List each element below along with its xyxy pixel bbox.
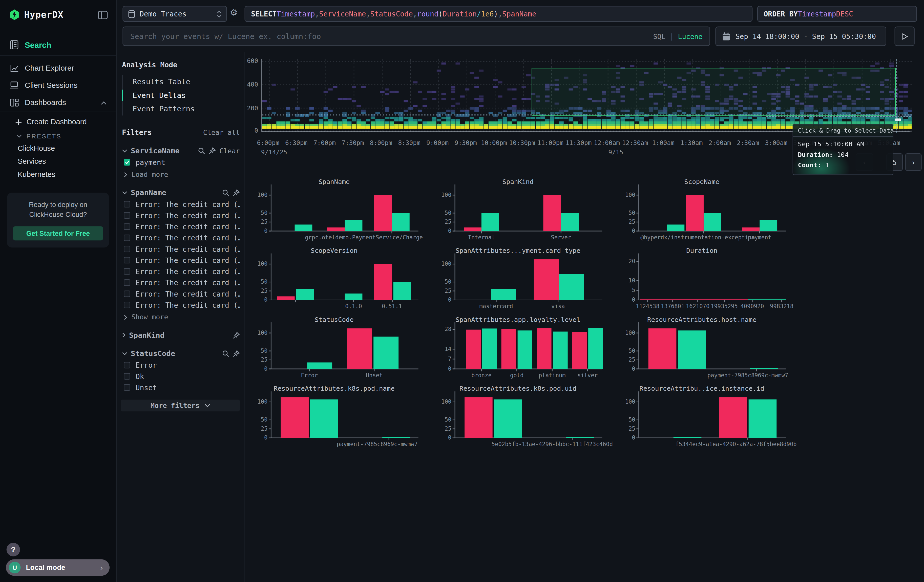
sidebar-collapse-icon[interactable] bbox=[98, 10, 108, 19]
heatmap-selection-box[interactable] bbox=[531, 68, 896, 115]
source-select[interactable]: Demo Traces bbox=[122, 6, 227, 22]
sidebar-item-chart-explorer[interactable]: Chart Explorer bbox=[0, 59, 116, 77]
select-caret-icon bbox=[217, 10, 222, 18]
svg-text:25: 25 bbox=[445, 287, 451, 294]
checkbox[interactable] bbox=[124, 290, 130, 297]
search-input[interactable]: Search your events w/ Lucene ex. column:… bbox=[122, 26, 710, 46]
svg-text:25: 25 bbox=[629, 218, 635, 225]
checkbox[interactable] bbox=[124, 384, 130, 391]
account-menu[interactable]: U Local mode › bbox=[6, 559, 110, 576]
filter-group-StatusCode[interactable]: StatusCode bbox=[121, 349, 239, 358]
checkbox[interactable] bbox=[124, 279, 130, 286]
sql-token: StatusCode bbox=[370, 10, 412, 18]
chevron-up-icon bbox=[101, 98, 107, 107]
svg-text:0: 0 bbox=[632, 228, 635, 234]
checkbox[interactable] bbox=[124, 302, 130, 308]
more-filters-button[interactable]: More filters bbox=[121, 399, 239, 411]
checkbox[interactable] bbox=[124, 159, 130, 166]
svg-text:100: 100 bbox=[441, 191, 451, 198]
account-label: Local mode bbox=[26, 564, 94, 572]
filter-option[interactable]: Error: The credit card (… bbox=[121, 223, 239, 230]
search-icon[interactable] bbox=[222, 189, 229, 196]
next-page-button[interactable]: › bbox=[905, 153, 921, 171]
sidebar-item-services[interactable]: Services bbox=[0, 155, 116, 168]
cloud-promo-card: Ready to deploy on ClickHouse Cloud? Get… bbox=[7, 193, 109, 247]
heatmap-date-label: 9/14/25 bbox=[261, 148, 287, 156]
get-started-button[interactable]: Get Started for Free bbox=[13, 226, 103, 240]
sidebar-item-clickhouse[interactable]: ClickHouse bbox=[0, 142, 116, 155]
search-icon[interactable] bbox=[198, 147, 205, 154]
filter-group-footer[interactable]: Show more bbox=[121, 313, 239, 322]
checkbox[interactable] bbox=[124, 234, 130, 241]
filter-option[interactable]: Error: The credit card (… bbox=[121, 245, 239, 253]
search-icon[interactable] bbox=[222, 350, 229, 357]
svg-text:f5344ec9-a1ea-4290-a62a-78f5be: f5344ec9-a1ea-4290-a62a-78f5bee8d90b bbox=[675, 441, 797, 447]
filter-option[interactable]: Error: The credit card (… bbox=[121, 200, 239, 208]
filter-group-SpanName[interactable]: SpanName bbox=[121, 188, 239, 197]
date-range-input[interactable]: Sep 14 18:00:00 - Sep 15 05:30:00 bbox=[716, 26, 886, 46]
mode-toggle-sql[interactable]: SQL bbox=[653, 32, 665, 41]
filter-group-clear[interactable]: Clear bbox=[219, 147, 240, 155]
bar-chart-StatusCode: StatusCode02550100ErrorUnset bbox=[248, 315, 421, 383]
chevron-right-icon bbox=[124, 172, 127, 177]
help-button[interactable]: ? bbox=[7, 543, 20, 556]
checkbox[interactable] bbox=[124, 246, 130, 252]
filter-option[interactable]: Error: The credit card (… bbox=[121, 301, 239, 309]
source-settings-gear-icon[interactable]: ⚙ bbox=[230, 7, 238, 18]
sidebar-item-client-sessions[interactable]: Client Sessions bbox=[0, 77, 116, 94]
sidebar-item-label: Chart Explorer bbox=[25, 64, 107, 73]
analysis-mode-option[interactable]: Event Deltas bbox=[123, 88, 240, 102]
grid-icon bbox=[9, 98, 19, 107]
checkbox[interactable] bbox=[124, 212, 130, 219]
svg-text:50: 50 bbox=[629, 348, 635, 354]
filter-option[interactable]: Ok bbox=[121, 373, 239, 380]
order-by-input[interactable]: ORDER BY Timestamp DESC bbox=[757, 6, 917, 22]
filter-option[interactable]: Error: The credit card (… bbox=[121, 267, 239, 275]
svg-text:Error: Error bbox=[301, 372, 318, 379]
svg-text:0: 0 bbox=[264, 228, 267, 234]
svg-text:mastercard: mastercard bbox=[479, 303, 513, 310]
filter-option[interactable]: Error: The credit card (… bbox=[121, 234, 239, 242]
filter-option[interactable]: Error: The credit card (… bbox=[121, 256, 239, 264]
filter-option[interactable]: payment bbox=[121, 159, 239, 166]
svg-text:ResourceAttributes.k8s.pod.nam: ResourceAttributes.k8s.pod.name bbox=[274, 385, 395, 392]
create-dashboard-button[interactable]: Create Dashboard bbox=[0, 115, 116, 129]
sidebar-item-search[interactable]: Search bbox=[0, 34, 116, 55]
run-query-button[interactable] bbox=[895, 26, 915, 46]
clear-all-button[interactable]: Clear all bbox=[203, 129, 240, 137]
checkbox[interactable] bbox=[124, 362, 130, 368]
mode-toggle-lucene[interactable]: Lucene bbox=[678, 32, 703, 41]
checkbox[interactable] bbox=[124, 373, 130, 379]
filter-group-footer[interactable]: Load more bbox=[121, 170, 239, 179]
svg-text:silver: silver bbox=[578, 372, 597, 379]
filter-option[interactable]: Error: The credit card (… bbox=[121, 279, 239, 287]
sidebar-item-dashboards[interactable]: Dashboards bbox=[0, 94, 116, 111]
pin-icon[interactable] bbox=[233, 350, 240, 357]
filter-option[interactable]: Error: The credit card (… bbox=[121, 211, 239, 219]
checkbox[interactable] bbox=[124, 268, 130, 275]
line-chart-icon bbox=[9, 64, 19, 73]
select-clause-input[interactable]: SELECT Timestamp, ServiceName, StatusCod… bbox=[245, 6, 753, 22]
svg-text:20: 20 bbox=[629, 258, 635, 264]
presets-toggle[interactable]: PRESETS bbox=[0, 129, 116, 142]
pin-icon[interactable] bbox=[209, 147, 216, 154]
checkbox[interactable] bbox=[124, 201, 130, 208]
checkbox[interactable] bbox=[124, 257, 130, 264]
svg-text:0: 0 bbox=[448, 365, 451, 372]
filter-group-ServiceName[interactable]: ServiceNameClear bbox=[121, 146, 239, 155]
analysis-mode-option[interactable]: Event Patterns bbox=[123, 102, 240, 115]
svg-text:25: 25 bbox=[629, 356, 635, 363]
filter-group-SpanKind[interactable]: SpanKind bbox=[121, 331, 239, 340]
filter-option[interactable]: Error bbox=[121, 361, 239, 369]
sidebar-item-kubernetes[interactable]: Kubernetes bbox=[0, 168, 116, 181]
checkbox[interactable] bbox=[124, 223, 130, 230]
filter-option[interactable]: Unset bbox=[121, 384, 239, 391]
pin-icon[interactable] bbox=[233, 189, 240, 196]
filter-option-label: Error: The credit card (… bbox=[135, 267, 240, 275]
filter-option[interactable]: Error: The credit card (… bbox=[121, 290, 239, 298]
analysis-mode-option[interactable]: Results Table bbox=[123, 75, 240, 89]
chevron-down-icon bbox=[122, 149, 127, 152]
filter-option-label: Error: The credit card (… bbox=[135, 256, 240, 264]
avatar: U bbox=[9, 562, 21, 574]
pin-icon[interactable] bbox=[233, 331, 240, 338]
